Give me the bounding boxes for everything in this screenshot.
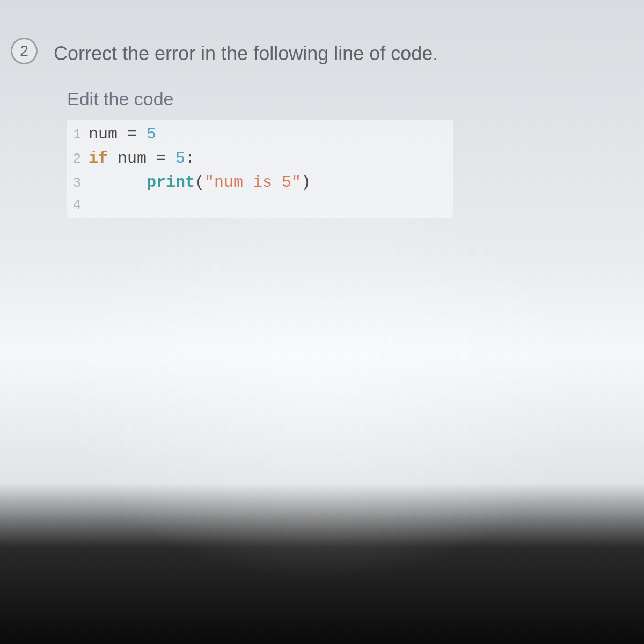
code-token: =	[156, 149, 175, 167]
code-content[interactable]: print("num is 5")	[89, 171, 311, 195]
line-number: 2	[67, 149, 89, 170]
code-line[interactable]: 3 print("num is 5")	[67, 171, 453, 195]
code-token: (	[195, 173, 204, 192]
question-number-badge: 2	[11, 38, 38, 64]
question-prompt: Correct the error in the following line …	[54, 38, 438, 67]
code-token: num	[108, 149, 156, 167]
code-token: :	[185, 149, 195, 167]
code-token: 5	[175, 149, 185, 167]
editor-label: Edit the code	[67, 89, 623, 109]
question-number-text: 2	[20, 42, 28, 60]
question-container: 2 Correct the error in the following lin…	[0, 0, 644, 239]
code-token: )	[301, 173, 311, 192]
code-token: =	[127, 125, 147, 143]
code-editor[interactable]: 1num = 52if num = 5:3 print("num is 5")4	[67, 120, 453, 218]
line-number: 3	[67, 173, 89, 194]
code-token: print	[147, 173, 195, 192]
question-header: 2 Correct the error in the following lin…	[11, 38, 623, 67]
code-content[interactable]: num = 5	[89, 122, 156, 147]
code-token: 5	[147, 125, 156, 143]
code-line[interactable]: 4	[67, 195, 453, 216]
line-number: 4	[67, 195, 89, 216]
code-token: "num is 5"	[204, 173, 301, 192]
code-content[interactable]: if num = 5:	[89, 147, 195, 171]
code-token	[89, 173, 147, 192]
code-token: if	[89, 149, 108, 167]
code-line[interactable]: 2if num = 5:	[67, 147, 453, 171]
code-line[interactable]: 1num = 5	[67, 122, 453, 147]
editor-section: Edit the code 1num = 52if num = 5:3 prin…	[67, 89, 623, 218]
code-token: num	[89, 125, 127, 143]
line-number: 1	[67, 125, 89, 145]
